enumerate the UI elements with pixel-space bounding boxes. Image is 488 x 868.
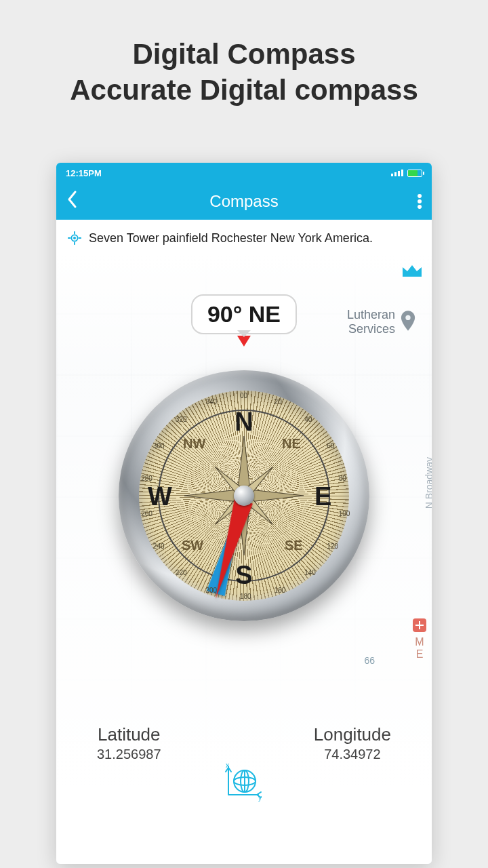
location-text: Seven Tower painfield Rochester New York… bbox=[89, 231, 373, 245]
content-area: Seven Tower painfield Rochester New York… bbox=[56, 220, 432, 864]
svg-text:y: y bbox=[258, 794, 262, 802]
map-street-label: N Broadway bbox=[424, 457, 432, 509]
heading-text: 90° NE bbox=[207, 301, 281, 327]
longitude-block: Longitude 74.34972 bbox=[314, 724, 391, 762]
coordinates-globe-button[interactable]: x y bbox=[223, 761, 265, 806]
overflow-menu-button[interactable]: ••• bbox=[398, 193, 422, 210]
compass-degree-label: 100 bbox=[339, 510, 350, 517]
promo-title: Digital Compass Accurate Digital compass bbox=[0, 0, 488, 108]
screen-title: Compass bbox=[90, 192, 398, 211]
compass-degree-label: 220 bbox=[176, 569, 187, 576]
compass[interactable]: N E S W NE SE SW NW 00204060801001201401… bbox=[119, 370, 369, 621]
compass-dir-ne: NE bbox=[282, 436, 301, 452]
compass-dir-e: E bbox=[314, 482, 331, 511]
compass-hub-icon bbox=[234, 486, 254, 506]
svg-point-2 bbox=[405, 315, 410, 319]
compass-dir-n: N bbox=[235, 408, 253, 437]
compass-degree-label: 40 bbox=[304, 416, 312, 423]
compass-degree-label: 60 bbox=[327, 442, 334, 450]
location-icon bbox=[67, 231, 82, 245]
map-route-label: 66 bbox=[364, 655, 375, 666]
map-pin-icon bbox=[401, 311, 415, 334]
compass-degree-label: 260 bbox=[141, 510, 152, 517]
compass-degree-label: 160 bbox=[274, 587, 286, 594]
heading-readout: 90° NE bbox=[191, 294, 297, 334]
compass-dir-sw: SW bbox=[182, 538, 203, 553]
compass-degree-label: 200 bbox=[205, 587, 217, 594]
signal-icon bbox=[391, 170, 403, 176]
compass-degree-label: 140 bbox=[304, 569, 316, 576]
longitude-label: Longitude bbox=[314, 724, 391, 745]
phone-frame: 12:15PM Compass ••• Seven Tower painfiel… bbox=[56, 163, 432, 864]
status-time: 12:15PM bbox=[66, 168, 102, 178]
location-row[interactable]: Seven Tower painfield Rochester New York… bbox=[56, 220, 432, 256]
svg-text:x: x bbox=[226, 762, 229, 769]
compass-degree-label: 180 bbox=[240, 593, 251, 600]
compass-degree-label: 300 bbox=[153, 442, 165, 450]
back-button[interactable] bbox=[66, 190, 90, 214]
compass-degree-label: 00 bbox=[240, 392, 247, 399]
svg-point-1 bbox=[73, 237, 76, 239]
coordinates: Latitude 31.256987 Longitude 74.34972 bbox=[56, 724, 432, 762]
compass-degree-label: 320 bbox=[176, 416, 187, 423]
compass-dir-w: W bbox=[148, 482, 172, 511]
promo-line-1: Digital Compass bbox=[0, 37, 488, 73]
longitude-value: 74.34972 bbox=[314, 747, 391, 762]
premium-crown-button[interactable] bbox=[401, 262, 424, 283]
latitude-block: Latitude 31.256987 bbox=[97, 724, 161, 762]
compass-dir-se: SE bbox=[285, 538, 303, 553]
promo-line-2: Accurate Digital compass bbox=[0, 73, 488, 108]
compass-degree-label: 20 bbox=[274, 398, 282, 406]
latitude-label: Latitude bbox=[97, 724, 161, 745]
compass-degree-label: 240 bbox=[153, 542, 165, 550]
map-poi-lutheran: Lutheran Services bbox=[347, 308, 415, 336]
compass-dir-s: S bbox=[235, 561, 252, 590]
compass-degree-label: 80 bbox=[339, 475, 346, 482]
battery-icon bbox=[407, 170, 422, 177]
compass-degree-label: 120 bbox=[327, 542, 338, 550]
map-hospital-label: M E bbox=[411, 617, 428, 660]
app-bar: Compass ••• bbox=[56, 183, 432, 220]
latitude-value: 31.256987 bbox=[97, 747, 161, 762]
compass-degree-label: 280 bbox=[141, 475, 152, 482]
compass-degree-label: 340 bbox=[205, 398, 217, 406]
compass-dir-nw: NW bbox=[183, 436, 205, 452]
heading-caret-icon bbox=[237, 336, 251, 353]
status-bar: 12:15PM bbox=[56, 163, 432, 183]
